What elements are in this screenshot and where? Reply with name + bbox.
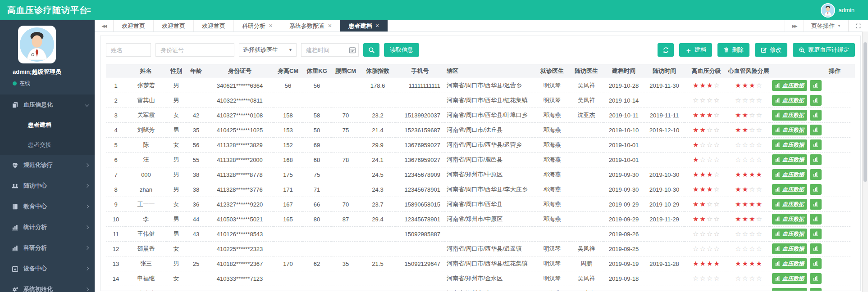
table-row[interactable]: 8zhan男38411328******37761717124.31234567…: [106, 182, 855, 197]
bp-data-button[interactable]: 血压数据: [772, 243, 807, 254]
bp-data-button[interactable]: 血压数据: [772, 229, 807, 239]
chart-mini-button[interactable]: [810, 258, 822, 269]
chart-mini-button[interactable]: [810, 154, 822, 165]
tab-research-analysis[interactable]: 科研分析✕: [234, 20, 281, 31]
bp-data-button[interactable]: 血压数据: [772, 273, 807, 284]
bp-data-button[interactable]: 血压数据: [772, 199, 807, 210]
sidebar-subitem-patient-handover[interactable]: 患者交接: [0, 135, 95, 155]
table-row[interactable]: 3关军霞女42410327******0108158587023.2151399…: [106, 108, 855, 123]
sidebar-item-stats-analysis[interactable]: 统计分析: [0, 217, 95, 238]
delete-button[interactable]: 删除: [717, 43, 749, 57]
chart-mini-button[interactable]: [810, 243, 822, 254]
bp-data-button[interactable]: 血压数据: [772, 110, 807, 121]
table-row[interactable]: 4刘晓芳男35410425******1025153507521.4152361…: [106, 123, 855, 138]
table-row[interactable]: 1张楚若男340621******63645656178.61111111111…: [106, 78, 855, 93]
bp-data-button[interactable]: 血压数据: [772, 258, 807, 269]
name-filter-input[interactable]: [106, 43, 151, 57]
chart-mini-button[interactable]: [810, 273, 822, 284]
chart-mini-button[interactable]: [810, 110, 822, 121]
sidebar-item-device-center[interactable]: 设备中心: [0, 258, 95, 279]
hypertension-grade-cell: ★★★★: [685, 256, 728, 271]
bp-data-button[interactable]: 血压数据: [772, 139, 807, 150]
bind-home-bp-monitor-button[interactable]: 家庭血压计绑定: [793, 43, 855, 57]
close-icon[interactable]: ✕: [375, 23, 379, 29]
close-icon[interactable]: ✕: [328, 23, 332, 29]
cell: 河南省/周口市/西华县/迟营乡: [445, 138, 535, 153]
cell: 167: [274, 197, 302, 212]
refresh-button[interactable]: [658, 43, 674, 57]
table-row[interactable]: 11王伟健男43410126******8543150929858872019-…: [106, 227, 855, 242]
doctor-select[interactable]: 选择就诊医生 ▼: [239, 43, 297, 57]
table-row[interactable]: 2雷其山男410322******0811河南省/周口市/西华县/红花集镇明汉琴…: [106, 93, 855, 108]
tabs-scroll-left-icon[interactable]: ◀◀: [95, 20, 114, 31]
sidebar-item-followup-center[interactable]: 随访中心: [0, 175, 95, 196]
table-row[interactable]: 9王一一女36412327******9220167667023.7158906…: [106, 197, 855, 212]
chart-mini-button[interactable]: [810, 199, 822, 210]
chart-mini-button[interactable]: [810, 125, 822, 135]
bp-data-button[interactable]: 血压数据: [772, 214, 807, 225]
sidebar-subitem-patient-archive[interactable]: 患者建档: [0, 115, 95, 135]
bar-chart-icon: [813, 290, 818, 292]
table-row[interactable]: 12邵晨香女410225******2323河南省/周口市/西华县/逍遥镇明汉琴…: [106, 242, 855, 256]
chart-mini-button[interactable]: [810, 229, 822, 239]
search-button[interactable]: [363, 43, 379, 57]
read-info-button[interactable]: 读取信息: [384, 43, 419, 57]
chart-mini-button[interactable]: [810, 95, 822, 106]
bp-data-button[interactable]: 血压数据: [772, 95, 807, 106]
table-row[interactable]: 6汪男55411328******2000168687824.113676959…: [106, 153, 855, 167]
bp-data-button[interactable]: 血压数据: [772, 288, 807, 291]
close-icon[interactable]: ✕: [269, 23, 273, 29]
tab-operations-dropdown[interactable]: 页签操作 ▼: [804, 20, 848, 31]
table-row[interactable]: 13张三男25410182******2367170623521.5150921…: [106, 256, 855, 271]
table-row[interactable]: 7000男38411328******87781757524.512345678…: [106, 167, 855, 182]
chart-mini-button[interactable]: [810, 169, 822, 180]
vertical-scrollbar[interactable]: [862, 31, 868, 292]
chart-mini-button[interactable]: [810, 288, 822, 291]
sidebar-item-system-init[interactable]: 系统初始化: [0, 279, 95, 292]
header-avatar[interactable]: [821, 3, 835, 18]
tab-welcome-1[interactable]: 欢迎首页: [114, 20, 154, 31]
cell: 男: [166, 227, 186, 242]
edit-button[interactable]: 修改: [755, 43, 787, 57]
sidebar: admin;超级管理员 在线 血压信息化患者建档患者交接规范化诊疗随访中心教育中…: [0, 20, 95, 292]
tabs-scroll-right-icon[interactable]: ▶▶: [785, 20, 804, 31]
calendar-icon[interactable]: [349, 46, 356, 55]
create-archive-button[interactable]: ＋ 建档: [679, 43, 712, 57]
table-row[interactable]: 14申福继女410333******7123河南省/郑州市/金水区明汉琴吴凤祥2…: [106, 271, 855, 286]
sidebar-item-research-analysis[interactable]: 科研分析: [0, 238, 95, 258]
profile-avatar[interactable]: [18, 26, 56, 63]
chart-mini-button[interactable]: [810, 80, 822, 91]
tab-patient-archive[interactable]: 患者建档✕: [340, 20, 388, 31]
fullscreen-icon[interactable]: [848, 20, 868, 31]
star-empty-icon: ☆: [713, 245, 719, 252]
tab-system-params[interactable]: 系统参数配置✕: [281, 20, 340, 31]
bp-data-button[interactable]: 血压数据: [772, 184, 807, 195]
tab-label: 欢迎首页: [202, 22, 225, 30]
tab-welcome-2[interactable]: 欢迎首页: [154, 20, 194, 31]
sidebar-item-education-center[interactable]: 教育中心: [0, 196, 95, 217]
hamburger-menu-icon[interactable]: ≡: [87, 6, 91, 15]
table-row[interactable]: 10李男44410503******5021165808729.41234567…: [106, 212, 855, 227]
chart-mini-button[interactable]: [810, 184, 822, 195]
chart-mini-button[interactable]: [810, 214, 822, 225]
cell: [360, 242, 395, 256]
tab-welcome-3[interactable]: 欢迎首页: [194, 20, 234, 31]
sidebar-item-standard-care[interactable]: 规范化诊疗: [0, 155, 95, 175]
table-row[interactable]: 15陈玲玲女34410222******5543165504818.415968…: [106, 286, 855, 291]
chart-mini-button[interactable]: [810, 139, 822, 150]
bp-data-button[interactable]: 血压数据: [772, 80, 807, 91]
cell: 13676959027: [395, 138, 445, 153]
star-filled-icon: ★: [742, 200, 748, 208]
scrollbar-thumb[interactable]: [863, 42, 867, 182]
idcard-filter-input[interactable]: [155, 43, 234, 57]
bp-data-button[interactable]: 血压数据: [772, 154, 807, 165]
sidebar-item-bp-info[interactable]: 血压信息化: [0, 94, 95, 115]
bar-chart-icon: [775, 112, 781, 119]
cell: 38: [186, 167, 206, 182]
row-actions-cell: 血压数据: [769, 227, 850, 242]
table-row[interactable]: 5陈女56411328******38291526929.91367695902…: [106, 138, 855, 153]
cell: 晁建鑫: [569, 286, 603, 291]
bp-data-button[interactable]: 血压数据: [772, 169, 807, 180]
bp-data-button[interactable]: 血压数据: [772, 125, 807, 135]
cardio-risk-cell: ★★★★: [728, 167, 769, 182]
